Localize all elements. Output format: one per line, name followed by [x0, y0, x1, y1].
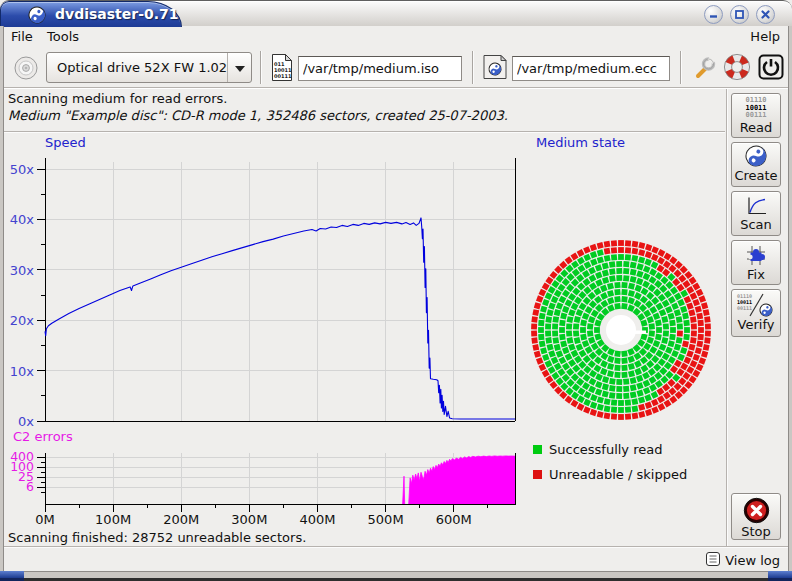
create-yinyang-icon: [745, 145, 767, 167]
scan-result-status: Scanning finished: 28752 unreadable sect…: [8, 530, 306, 545]
menu-tools[interactable]: Tools: [47, 29, 79, 44]
chevron-down-icon: [235, 66, 245, 72]
svg-text:400M: 400M: [299, 512, 335, 527]
svg-text:6: 6: [26, 479, 34, 494]
toolbar-separator: [472, 51, 474, 84]
svg-text:100M: 100M: [95, 512, 131, 527]
ecc-path-input[interactable]: [512, 56, 670, 81]
medium-state-disc: [528, 235, 718, 425]
read-button[interactable]: 01110 10011 00111 Read: [731, 93, 781, 138]
log-list-icon: [705, 551, 722, 568]
create-button[interactable]: Create: [731, 142, 781, 187]
svg-text:500M: 500M: [368, 512, 404, 527]
maximize-icon: [733, 8, 746, 21]
minimize-button[interactable]: [704, 5, 723, 24]
iso-image-icon: 011 10011 00111: [271, 53, 293, 82]
svg-text:0M: 0M: [35, 512, 55, 527]
status-message: Scanning medium for read errors.: [8, 91, 227, 106]
titlebar: dvdisaster-0.71: [0, 0, 792, 26]
verify-button[interactable]: 01110 10011 00111 Verify: [731, 289, 781, 337]
stop-button[interactable]: Stop: [731, 493, 781, 540]
svg-text:40x: 40x: [10, 212, 35, 227]
resize-corner[interactable]: [768, 571, 792, 581]
scan-button[interactable]: Scan: [731, 191, 781, 236]
scan-chart-icon: [744, 195, 768, 217]
drive-select-value: Optical drive 52X FW 1.02: [57, 60, 227, 75]
svg-text:30x: 30x: [10, 263, 35, 278]
drive-select-arrow-box[interactable]: [227, 53, 251, 82]
toolbar-separator: [680, 51, 682, 84]
app-yinyang-icon: [28, 6, 46, 24]
fix-puzzle-icon: [744, 244, 768, 267]
close-icon: [759, 8, 772, 21]
resize-corner[interactable]: [0, 571, 24, 581]
speed-chart-title: Speed: [45, 135, 86, 150]
menu-help[interactable]: Help: [750, 29, 780, 44]
legend-successfully-read: Successfully read: [533, 442, 662, 457]
iso-path-input[interactable]: [298, 56, 462, 81]
fix-button[interactable]: Fix: [731, 240, 781, 285]
svg-text:200M: 200M: [163, 512, 199, 527]
close-button[interactable]: [756, 5, 775, 24]
menubar: File Tools Help: [4, 27, 788, 47]
stop-icon: [743, 497, 770, 524]
maximize-button[interactable]: [730, 5, 749, 24]
window-title: dvdisaster-0.71: [55, 6, 179, 22]
read-icon-line: 00111: [732, 112, 780, 120]
toolbar: Optical drive 52X FW 1.02 011 10011 0011…: [4, 47, 788, 88]
quit-power-icon[interactable]: [757, 53, 785, 81]
svg-text:600M: 600M: [436, 512, 472, 527]
svg-text:20x: 20x: [10, 313, 35, 328]
toolbar-separator: [260, 51, 262, 84]
cd-drive-icon: [12, 54, 40, 82]
verify-icon: 01110 10011 00111: [732, 292, 780, 319]
svg-text:00111: 00111: [274, 73, 292, 79]
svg-text:0x: 0x: [18, 414, 34, 429]
app-window: dvdisaster-0.71 File Tools Help Optical …: [0, 0, 792, 581]
drive-select[interactable]: Optical drive 52X FW 1.02: [46, 52, 252, 83]
view-log-toggle[interactable]: View log: [705, 551, 780, 568]
svg-text:300M: 300M: [231, 512, 267, 527]
speed-chart: 0x10x20x30x40x50x: [4, 152, 528, 440]
preferences-wrench-icon[interactable]: [690, 53, 718, 81]
window-border[interactable]: [0, 571, 792, 581]
window-border: [0, 26, 4, 571]
legend-green-square-icon: [533, 445, 542, 454]
svg-text:10x: 10x: [10, 364, 35, 379]
separator: [4, 131, 725, 133]
help-lifesaver-icon[interactable]: [723, 53, 751, 81]
medium-info: Medium "Example disc": CD-R mode 1, 3524…: [8, 108, 508, 123]
verify-yinyang-icon: [759, 303, 773, 317]
ecc-file-icon: [482, 54, 508, 81]
window-border: [788, 26, 792, 571]
sidebar-separator: [726, 89, 728, 547]
legend-unreadable: Unreadable / skipped: [533, 467, 687, 482]
legend-red-square-icon: [533, 470, 542, 479]
viewlog-bar: View log: [4, 548, 788, 571]
medium-state-title: Medium state: [536, 135, 625, 150]
minimize-icon: [707, 8, 720, 21]
titlebar-tab: dvdisaster-0.71: [0, 1, 182, 27]
menu-file[interactable]: File: [11, 29, 33, 44]
svg-text:50x: 50x: [10, 162, 35, 177]
